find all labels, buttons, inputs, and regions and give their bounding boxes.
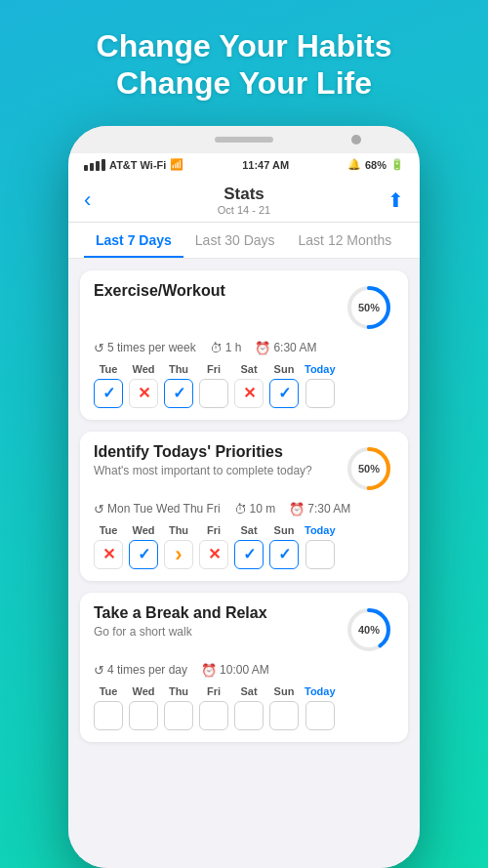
day-col-1-3: Fri✕	[199, 524, 228, 569]
day-col-2-4: Sat	[234, 685, 264, 730]
day-check-1-3[interactable]: ✕	[199, 540, 228, 569]
nav-bar: ‹ Stats Oct 14 - 21 ⬆	[68, 177, 420, 223]
day-col-2-2: Thu	[164, 685, 193, 730]
days-row-1: Tue✕Wed✓Thu›Fri✕Sat✓Sun✓Today	[94, 524, 394, 569]
day-label-0-1: Wed	[132, 363, 154, 375]
day-check-1-6[interactable]	[305, 540, 335, 569]
habit-header-2: Take a Break and RelaxGo for a short wal…	[94, 604, 394, 655]
habit-header-1: Identify Todays' PrioritiesWhat's most i…	[94, 443, 394, 494]
day-check-2-2[interactable]	[164, 701, 193, 730]
day-check-1-2[interactable]: ›	[164, 540, 193, 569]
day-label-2-3: Fri	[207, 685, 221, 697]
habit-subtitle-2: Go for a short walk	[94, 624, 267, 641]
day-check-0-6[interactable]	[305, 379, 335, 408]
habit-title-2: Take a Break and Relax	[94, 604, 267, 622]
day-col-2-5: Sun	[269, 685, 299, 730]
meta-icon-2-1: ⏰	[201, 663, 217, 678]
day-col-2-1: Wed	[129, 685, 158, 730]
day-check-0-5[interactable]: ✓	[269, 379, 299, 408]
day-label-1-5: Sun	[274, 524, 295, 536]
meta-icon-0-2: ⏰	[255, 341, 270, 355]
meta-icon-0-1: ⏱	[210, 341, 223, 355]
status-left: AT&T Wi-Fi 📶	[84, 158, 183, 171]
day-col-1-2: Thu›	[164, 524, 193, 569]
day-check-1-0[interactable]: ✕	[94, 540, 123, 569]
back-button[interactable]: ‹	[84, 187, 113, 213]
hero-section: Change Your Habits Change Your Life	[97, 0, 392, 126]
time-label: 11:47 AM	[242, 159, 289, 171]
day-label-2-0: Tue	[100, 685, 118, 697]
day-col-0-6: Today	[305, 363, 336, 408]
meta-item-1-0: ↺Mon Tue Wed Thu Fri	[94, 502, 221, 517]
habit-card-1: Identify Todays' PrioritiesWhat's most i…	[80, 432, 408, 581]
day-check-1-5[interactable]: ✓	[269, 540, 299, 569]
tab-last-30-days[interactable]: Last 30 Days	[183, 223, 287, 258]
day-label-0-6: Today	[305, 363, 336, 375]
day-check-2-4[interactable]	[234, 701, 264, 730]
day-check-1-4[interactable]: ✓	[234, 540, 264, 569]
status-right: 🔔 68% 🔋	[347, 158, 404, 171]
battery-label: 68%	[365, 159, 386, 171]
habit-card-2: Take a Break and RelaxGo for a short wal…	[80, 593, 408, 742]
day-check-2-0[interactable]	[94, 701, 123, 730]
habit-title-1: Identify Todays' Priorities	[94, 443, 312, 461]
signal-dots	[84, 159, 105, 171]
day-label-0-5: Sun	[274, 363, 295, 375]
day-label-0-0: Tue	[100, 363, 118, 375]
phone-wrapper: AT&T Wi-Fi 📶 11:47 AM 🔔 68% 🔋 ‹ Stats Oc…	[68, 126, 420, 868]
day-label-1-4: Sat	[240, 524, 257, 536]
tab-last-7-days[interactable]: Last 7 Days	[84, 223, 183, 258]
day-col-0-2: Thu✓	[164, 363, 193, 408]
meta-icon-1-1: ⏱	[234, 502, 247, 517]
day-col-0-4: Sat✕	[234, 363, 264, 408]
meta-text-1-1: 10 m	[250, 502, 276, 516]
phone-speaker	[215, 137, 273, 143]
tab-last-12-months[interactable]: Last 12 Months	[287, 223, 404, 258]
meta-text-0-0: 5 times per week	[107, 341, 196, 354]
day-check-2-6[interactable]	[305, 701, 335, 730]
habit-subtitle-1: What's most important to complete today?	[94, 463, 312, 479]
meta-text-0-2: 6:30 AM	[273, 341, 316, 354]
day-col-1-1: Wed✓	[129, 524, 158, 569]
habit-title-0: Exercise/Workout	[94, 282, 225, 300]
meta-icon-2-0: ↺	[94, 663, 104, 678]
share-button[interactable]: ⬆	[375, 188, 404, 212]
day-col-1-6: Today	[305, 524, 336, 569]
nav-title-main: Stats	[218, 185, 270, 204]
day-check-1-1[interactable]: ✓	[129, 540, 158, 569]
donut-label-0: 50%	[358, 302, 380, 313]
day-check-0-4[interactable]: ✕	[234, 379, 264, 408]
day-label-2-1: Wed	[132, 685, 154, 697]
battery-icon: 🔋	[390, 158, 404, 171]
day-check-0-0[interactable]: ✓	[94, 379, 123, 408]
day-label-1-3: Fri	[207, 524, 221, 536]
habit-header-0: Exercise/Workout 50%	[94, 282, 394, 333]
day-col-2-0: Tue	[94, 685, 123, 730]
meta-item-0-1: ⏱1 h	[210, 341, 242, 355]
habit-donut-1: 50%	[344, 443, 394, 494]
meta-text-1-0: Mon Tue Wed Thu Fri	[107, 502, 221, 516]
day-check-0-2[interactable]: ✓	[164, 379, 193, 408]
day-label-0-2: Thu	[169, 363, 188, 375]
habit-donut-0: 50%	[344, 282, 394, 333]
meta-item-1-1: ⏱10 m	[234, 502, 276, 517]
meta-item-2-1: ⏰10:00 AM	[201, 663, 269, 678]
carrier-label: AT&T Wi-Fi	[109, 159, 166, 171]
hero-line1: Change Your Habits	[97, 27, 392, 64]
day-check-0-1[interactable]: ✕	[129, 379, 158, 408]
day-check-2-3[interactable]	[199, 701, 228, 730]
meta-item-1-2: ⏰7:30 AM	[289, 502, 350, 517]
hero-line2: Change Your Life	[97, 64, 392, 102]
day-label-2-2: Thu	[169, 685, 188, 697]
meta-item-2-0: ↺4 times per day	[94, 663, 187, 678]
meta-text-2-0: 4 times per day	[107, 663, 187, 677]
day-col-0-1: Wed✕	[129, 363, 158, 408]
day-check-2-5[interactable]	[269, 701, 299, 730]
day-col-1-4: Sat✓	[234, 524, 264, 569]
day-label-0-4: Sat	[240, 363, 257, 375]
day-col-1-0: Tue✕	[94, 524, 123, 569]
days-row-0: Tue✓Wed✕Thu✓FriSat✕Sun✓Today	[94, 363, 394, 408]
day-check-2-1[interactable]	[129, 701, 158, 730]
meta-icon-1-2: ⏰	[289, 502, 305, 517]
day-check-0-3[interactable]	[199, 379, 228, 408]
